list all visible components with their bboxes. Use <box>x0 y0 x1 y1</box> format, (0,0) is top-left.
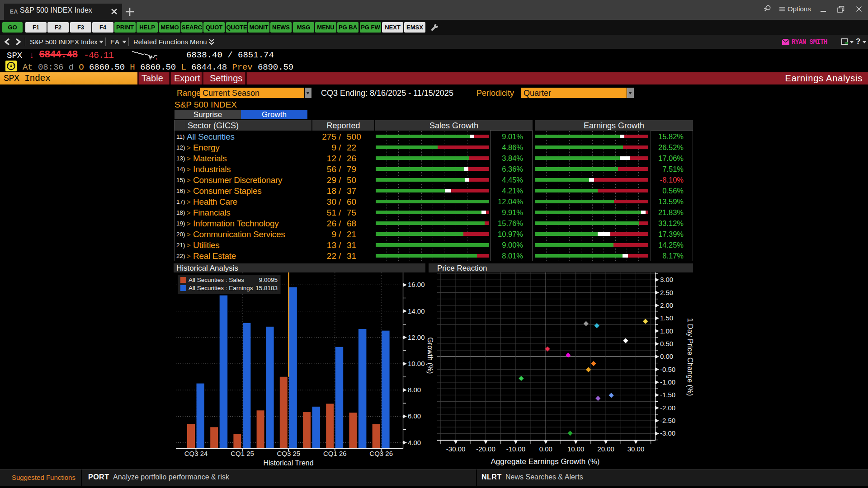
svg-text:-1.50: -1.50 <box>660 391 675 399</box>
svg-text:-0.50: -0.50 <box>660 366 675 373</box>
svg-text:10.00: 10.00 <box>567 445 585 453</box>
svg-text:10.00: 10.00 <box>408 360 425 367</box>
svg-text:6.00: 6.00 <box>408 412 421 420</box>
svg-text:All Securities : Sales: All Securities : Sales <box>189 277 244 283</box>
svg-text:1.00: 1.00 <box>660 327 673 335</box>
svg-text:16.00: 16.00 <box>408 281 425 288</box>
svg-text:-1.00: -1.00 <box>660 378 675 386</box>
svg-text:-30.00: -30.00 <box>446 445 466 453</box>
svg-text:2.50: 2.50 <box>660 289 673 296</box>
svg-text:Aggregate Earnings Growth (%): Aggregate Earnings Growth (%) <box>491 457 600 466</box>
svg-text:1.50: 1.50 <box>660 314 673 322</box>
svg-text:-2.00: -2.00 <box>660 404 675 412</box>
svg-text:CQ1 25: CQ1 25 <box>231 450 254 457</box>
svg-text:2.00: 2.00 <box>660 301 673 309</box>
svg-text:4.00: 4.00 <box>408 439 421 446</box>
svg-text:-20.00: -20.00 <box>476 445 495 453</box>
svg-text:15.8183: 15.8183 <box>255 285 278 291</box>
svg-text:Growth (%): Growth (%) <box>426 338 434 374</box>
svg-text:0.50: 0.50 <box>660 340 673 347</box>
svg-text:CQ3 25: CQ3 25 <box>277 450 300 457</box>
svg-text:3.00: 3.00 <box>660 276 673 283</box>
svg-text:20.00: 20.00 <box>597 445 614 453</box>
svg-text:9.0095: 9.0095 <box>259 277 278 283</box>
svg-text:0.00: 0.00 <box>539 445 552 453</box>
svg-text:8.00: 8.00 <box>408 386 421 394</box>
svg-text:-3.00: -3.00 <box>660 429 675 437</box>
svg-text:1 Day Price Change (%): 1 Day Price Change (%) <box>686 318 694 396</box>
svg-text:CQ3 24: CQ3 24 <box>184 450 208 457</box>
svg-text:Historical Trend: Historical Trend <box>263 459 313 467</box>
svg-text:12.00: 12.00 <box>408 333 425 341</box>
svg-text:All Securities : Earnings: All Securities : Earnings <box>189 285 253 291</box>
svg-text:-10.00: -10.00 <box>506 445 526 453</box>
svg-text:14.00: 14.00 <box>408 307 425 315</box>
svg-text:CQ1 26: CQ1 26 <box>323 450 347 457</box>
svg-text:-2.50: -2.50 <box>660 417 675 424</box>
svg-text:0.00: 0.00 <box>660 352 673 360</box>
svg-text:CQ3 26: CQ3 26 <box>369 450 393 457</box>
svg-text:30.00: 30.00 <box>627 445 645 453</box>
